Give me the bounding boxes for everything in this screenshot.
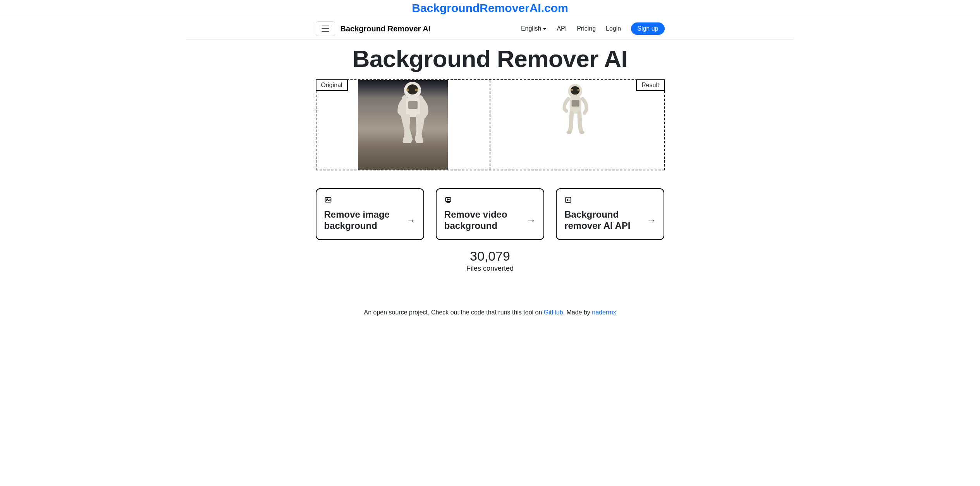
demo-original: Original bbox=[316, 80, 490, 170]
svg-rect-11 bbox=[571, 100, 579, 107]
author-link[interactable]: nadermx bbox=[592, 309, 616, 316]
demo-row: Original Result bbox=[316, 79, 665, 170]
language-dropdown[interactable]: English bbox=[521, 25, 547, 32]
card-api[interactable]: Background remover AI API → bbox=[556, 188, 664, 240]
nav-login[interactable]: Login bbox=[606, 25, 621, 32]
brand[interactable]: Background Remover AI bbox=[340, 24, 431, 33]
demo-result: Result bbox=[490, 80, 664, 170]
language-label: English bbox=[521, 25, 541, 32]
hamburger-button[interactable] bbox=[316, 21, 335, 36]
nav-api[interactable]: API bbox=[557, 25, 567, 32]
top-banner: BackgroundRemoverAI.com bbox=[0, 0, 980, 18]
result-image bbox=[532, 80, 622, 170]
navbar: Background Remover AI English API Pricin… bbox=[186, 18, 794, 39]
terminal-icon bbox=[564, 196, 656, 205]
footer-made-by-prefix: . Made by bbox=[563, 309, 592, 316]
footer-note: An open source project. Check out the co… bbox=[316, 309, 665, 316]
nav-pricing[interactable]: Pricing bbox=[577, 25, 596, 32]
video-icon bbox=[444, 196, 536, 205]
card-title: Background remover AI API bbox=[564, 209, 642, 232]
original-label: Original bbox=[316, 79, 348, 91]
card-title: Remove video background bbox=[444, 209, 522, 232]
astronaut-result-icon bbox=[557, 82, 596, 140]
footer-prefix: An open source project. Check out the co… bbox=[364, 309, 543, 316]
image-icon bbox=[324, 196, 416, 205]
stats-label: Files converted bbox=[316, 264, 665, 273]
original-image bbox=[358, 80, 448, 170]
nav-left: Background Remover AI bbox=[316, 21, 431, 36]
arrow-right-icon: → bbox=[526, 215, 536, 226]
github-link[interactable]: GitHub bbox=[544, 309, 563, 316]
signup-button[interactable]: Sign up bbox=[631, 22, 664, 35]
svg-rect-3 bbox=[415, 89, 418, 91]
svg-rect-2 bbox=[406, 89, 409, 91]
svg-point-13 bbox=[579, 131, 584, 134]
svg-rect-9 bbox=[577, 89, 579, 91]
hamburger-icon bbox=[320, 24, 330, 34]
svg-rect-8 bbox=[571, 89, 573, 91]
cards-row: Remove image background → Remove video b… bbox=[316, 188, 665, 240]
stats: 30,079 Files converted bbox=[316, 249, 665, 273]
arrow-right-icon: → bbox=[406, 215, 416, 226]
stats-count: 30,079 bbox=[316, 249, 665, 264]
svg-point-12 bbox=[566, 131, 571, 134]
card-remove-image-bg[interactable]: Remove image background → bbox=[316, 188, 424, 240]
astronaut-original-icon bbox=[391, 81, 438, 143]
top-banner-link[interactable]: BackgroundRemoverAI.com bbox=[412, 2, 568, 14]
caret-down-icon bbox=[543, 28, 547, 30]
card-title: Remove image background bbox=[324, 209, 402, 232]
nav-right: English API Pricing Login Sign up bbox=[521, 22, 665, 35]
card-remove-video-bg[interactable]: Remove video background → bbox=[436, 188, 544, 240]
svg-rect-5 bbox=[408, 101, 418, 109]
page-title: Background Remover AI bbox=[316, 45, 665, 72]
result-label: Result bbox=[636, 79, 664, 91]
arrow-right-icon: → bbox=[646, 215, 656, 226]
